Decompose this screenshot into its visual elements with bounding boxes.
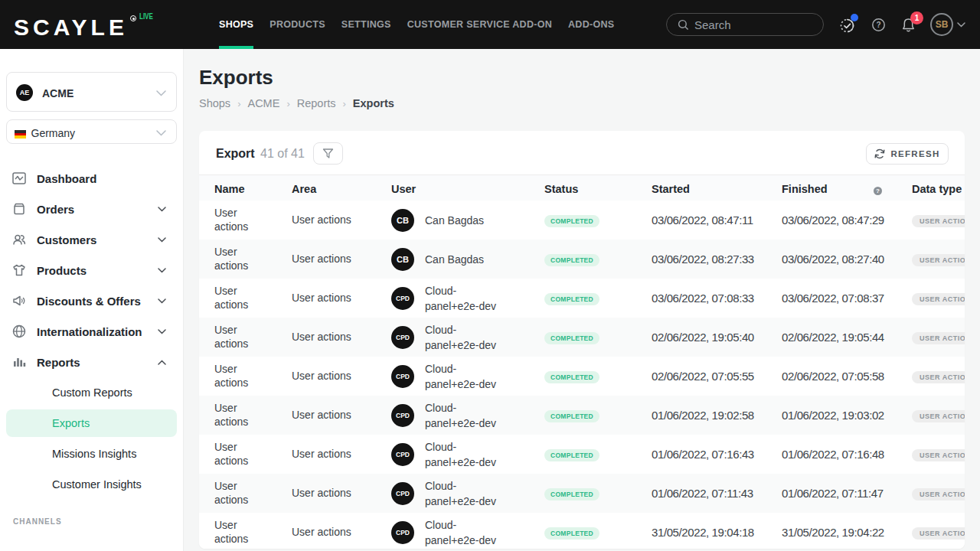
- svg-text:?: ?: [876, 21, 880, 29]
